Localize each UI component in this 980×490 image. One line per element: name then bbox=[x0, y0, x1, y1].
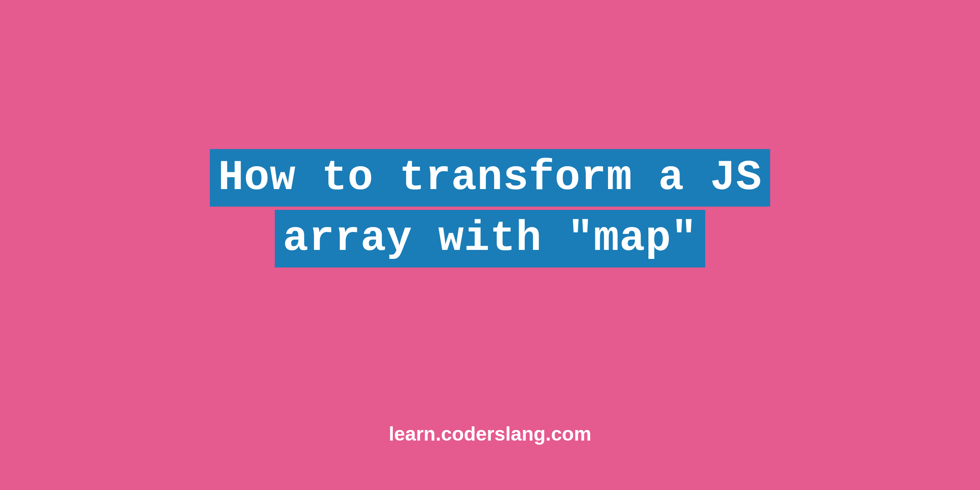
footer-url: learn.coderslang.com bbox=[389, 423, 591, 445]
title-block: How to transform a JS array with "map" bbox=[210, 149, 770, 267]
title-line-1: How to transform a JS bbox=[210, 149, 770, 207]
title-line-2: array with "map" bbox=[275, 210, 706, 267]
